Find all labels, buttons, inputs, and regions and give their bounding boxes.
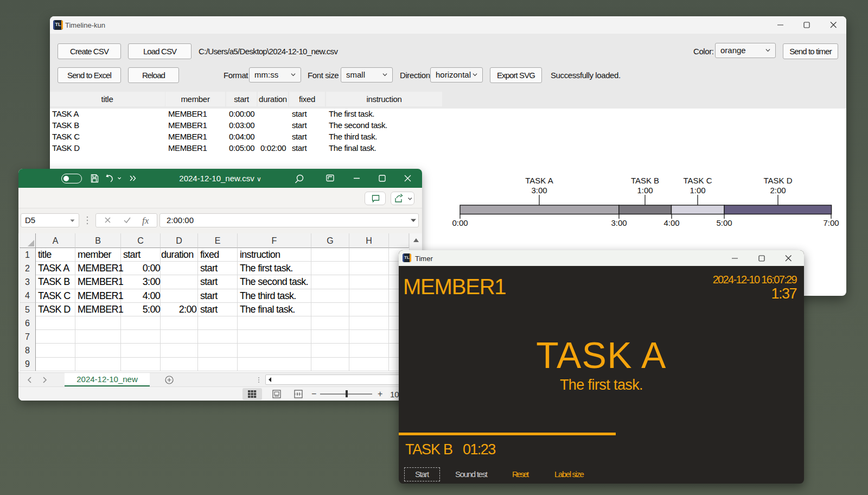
svg-text:TASK A: TASK A [525, 176, 553, 185]
svg-text:1:00: 1:00 [637, 186, 653, 195]
svg-text:3:00: 3:00 [531, 186, 547, 195]
svg-text:2:00: 2:00 [770, 186, 786, 195]
svg-text:1:00: 1:00 [690, 186, 705, 195]
svg-text:TASK B: TASK B [631, 176, 659, 185]
svg-text:TASK C: TASK C [683, 176, 712, 185]
svg-text:3:00: 3:00 [611, 218, 627, 227]
svg-text:0:00: 0:00 [452, 218, 468, 227]
svg-text:5:00: 5:00 [716, 218, 732, 227]
svg-text:4:00: 4:00 [663, 218, 679, 227]
svg-text:fx: fx [142, 215, 149, 226]
svg-text:7:00: 7:00 [823, 218, 839, 227]
svg-text:TASK D: TASK D [763, 176, 792, 185]
